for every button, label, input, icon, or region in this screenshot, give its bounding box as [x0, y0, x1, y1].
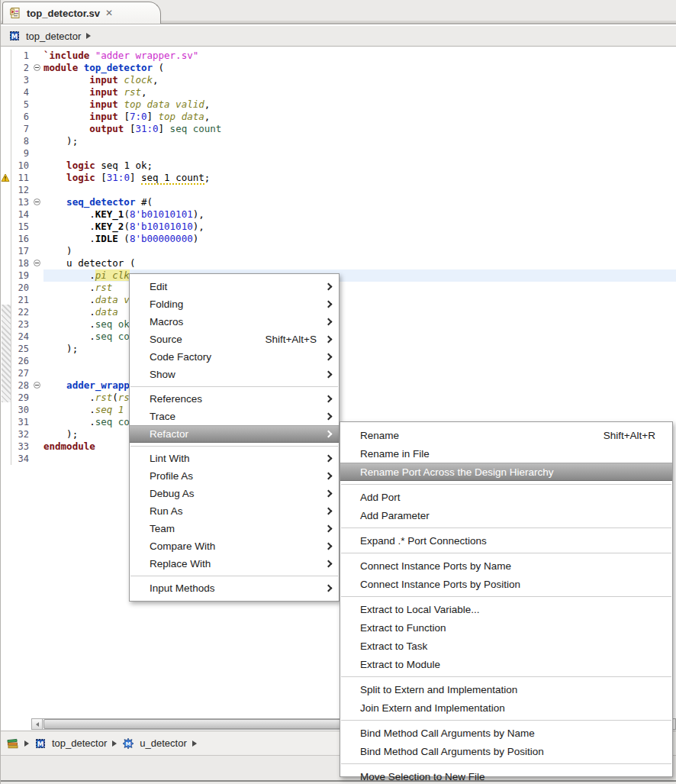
menu-item-source[interactable]: SourceShift+Alt+S: [130, 331, 339, 348]
line-number: 5: [11, 98, 33, 111]
menu-item-profile-as[interactable]: Profile As: [130, 467, 339, 485]
breadcrumb-u-detector[interactable]: u_detector: [140, 737, 186, 749]
menu-separator: [341, 676, 671, 677]
menu-item-code-factory[interactable]: Code Factory: [130, 348, 339, 366]
annotation-column: [1, 135, 11, 147]
menu-item-replace-with[interactable]: Replace With: [130, 555, 339, 573]
fold-column: [33, 269, 43, 282]
menu-item-references[interactable]: References: [130, 390, 339, 408]
annotation-column: [1, 184, 11, 196]
menu-item-run-as[interactable]: Run As: [130, 502, 339, 520]
breadcrumb-top-detector[interactable]: top_detector: [52, 737, 107, 749]
code-text: input rst,: [43, 86, 676, 98]
menu-item-extract-to-local-variable[interactable]: Extract to Local Variable...: [340, 600, 672, 618]
fold-column: [33, 282, 43, 294]
fold-collapse-icon[interactable]: [34, 64, 40, 71]
line-number: 1: [11, 50, 33, 62]
code-line[interactable]: 14 .KEY_1(8'b01010101),: [1, 208, 676, 221]
breadcrumb-arrow-icon[interactable]: [24, 740, 29, 747]
menu-item-label: Show: [150, 369, 175, 380]
line-number: 27: [11, 367, 33, 379]
menu-item-join-extern-and-implementation[interactable]: Join Extern and Implementation: [340, 699, 672, 717]
menu-item-bind-method-call-arguments-by-name[interactable]: Bind Method Call Arguments by Name: [340, 724, 672, 742]
breadcrumb-expand-icon[interactable]: [86, 33, 91, 39]
menu-item-expand-port-connections[interactable]: Expand .* Port Connections: [340, 531, 672, 550]
menu-item-rename-port-across-the-design-hierarchy[interactable]: Rename Port Across the Design Hierarchy: [340, 463, 672, 481]
menu-item-team[interactable]: Team: [130, 520, 339, 537]
menu-item-bind-method-call-arguments-by-position[interactable]: Bind Method Call Arguments by Position: [340, 742, 672, 760]
editor-tab[interactable]: top_detector.sv ✕: [2, 2, 161, 24]
code-line[interactable]: 11 logic [31:0] seq 1 count;: [1, 172, 676, 184]
ide-window: top_detector.sv ✕ M top_detector 1`inclu…: [0, 0, 676, 784]
line-number: 12: [11, 184, 33, 196]
code-line[interactable]: 5 input top data valid,: [1, 98, 676, 111]
menu-item-connect-instance-ports-by-name[interactable]: Connect Instance Ports by Name: [340, 557, 672, 575]
code-line[interactable]: 2module top_detector (: [1, 62, 676, 74]
close-icon[interactable]: ✕: [105, 8, 113, 18]
menu-item-add-parameter[interactable]: Add Parameter: [340, 506, 672, 524]
fold-collapse-icon[interactable]: [34, 260, 40, 266]
menu-item-rename[interactable]: RenameShift+Alt+R: [340, 426, 672, 444]
code-line[interactable]: 8 );: [1, 135, 676, 147]
submenu-chevron-icon: [325, 525, 333, 533]
code-line[interactable]: 1`include "adder wrapper.sv": [1, 50, 676, 62]
code-line[interactable]: 12: [1, 184, 676, 196]
annotation-column: [1, 160, 11, 172]
breadcrumb-arrow-icon[interactable]: [192, 740, 197, 747]
scroll-left-button[interactable]: [32, 719, 43, 729]
code-line[interactable]: 10 logic seq 1 ok;: [1, 160, 676, 172]
code-line[interactable]: 9: [1, 147, 676, 160]
menu-item-label: Add Parameter: [360, 510, 430, 521]
code-line[interactable]: 16 .IDLE (8'b00000000): [1, 233, 676, 245]
menu-item-move-selection-to-new-file[interactable]: Move Selection to New File: [340, 767, 672, 784]
submenu-chevron-icon: [325, 473, 333, 480]
menu-item-folding[interactable]: Folding: [130, 295, 339, 313]
annotation-column: [1, 208, 11, 221]
breadcrumb-arrow-icon[interactable]: [112, 740, 117, 747]
fold-collapse-icon[interactable]: [34, 382, 40, 389]
menu-item-show[interactable]: Show: [130, 366, 339, 383]
submenu-chevron-icon: [325, 508, 333, 515]
menu-item-extract-to-module[interactable]: Extract to Module: [340, 655, 672, 673]
code-line[interactable]: 7 output [31:0] seq count: [1, 123, 676, 135]
menu-item-input-methods[interactable]: Input Methods: [130, 579, 339, 597]
menu-item-connect-instance-ports-by-position[interactable]: Connect Instance Ports by Position: [340, 575, 672, 593]
fold-column: [33, 111, 43, 123]
menu-item-split-to-extern-and-implementation[interactable]: Split to Extern and Implementation: [340, 680, 672, 699]
menu-item-edit[interactable]: Edit: [130, 278, 339, 295]
code-line[interactable]: 4 input rst,: [1, 86, 676, 98]
code-text: );: [43, 135, 676, 147]
breadcrumb-module-label[interactable]: top_detector: [26, 31, 81, 42]
code-line[interactable]: 13 seq_detector #(: [1, 196, 676, 208]
code-line[interactable]: 15 .KEY_2(8'b10101010),: [1, 221, 676, 233]
fold-collapse-icon[interactable]: [34, 198, 40, 205]
code-text: .IDLE (8'b00000000): [43, 233, 676, 245]
menu-item-extract-to-function[interactable]: Extract to Function: [340, 618, 672, 637]
annotation-column: [1, 416, 11, 428]
fold-column: [33, 50, 43, 62]
menu-item-label: Extract to Module: [360, 659, 440, 670]
menu-item-rename-in-file[interactable]: Rename in File: [340, 444, 672, 463]
menu-item-add-port[interactable]: Add Port: [340, 488, 672, 506]
code-text: [43, 184, 676, 196]
fold-column: [33, 98, 43, 111]
fold-column: [33, 172, 43, 184]
svg-text:M: M: [37, 740, 43, 747]
code-line[interactable]: 6 input [7:0] top data,: [1, 111, 676, 123]
code-line[interactable]: 18 u detector (: [1, 257, 676, 269]
menu-item-compare-with[interactable]: Compare With: [130, 537, 339, 555]
menu-item-label: Split to Extern and Implementation: [360, 684, 517, 695]
menu-item-macros[interactable]: Macros: [130, 313, 339, 331]
line-number: 21: [11, 294, 33, 306]
menu-item-lint-with[interactable]: Lint With: [130, 450, 339, 467]
design-library-icon[interactable]: [7, 737, 19, 750]
code-line[interactable]: 3 input clock,: [1, 74, 676, 86]
menu-item-extract-to-task[interactable]: Extract to Task: [340, 637, 672, 655]
menu-item-refactor[interactable]: Refactor: [130, 425, 339, 443]
menu-item-debug-as[interactable]: Debug As: [130, 485, 339, 502]
code-line[interactable]: 17 ): [1, 245, 676, 257]
line-number: 9: [11, 147, 33, 160]
menu-item-label: Debug As: [150, 488, 195, 499]
menu-item-trace[interactable]: Trace: [130, 408, 339, 425]
code-text: ): [43, 245, 676, 257]
